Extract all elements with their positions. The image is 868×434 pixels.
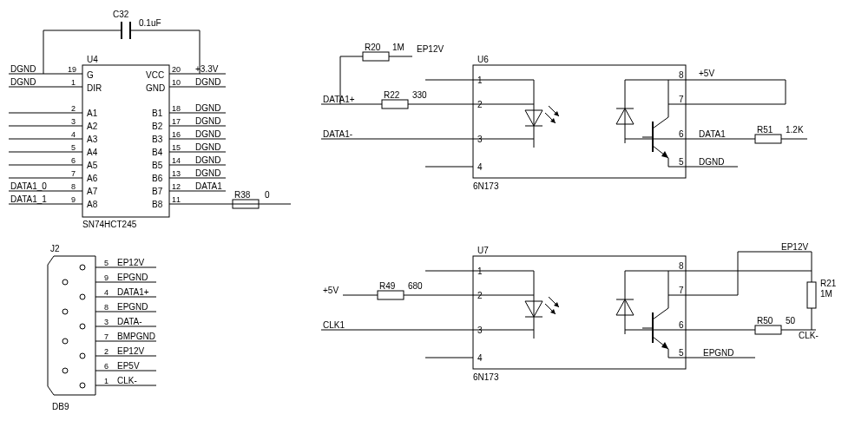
resistor-r38: R380 [233, 190, 270, 208]
svg-point-84 [80, 265, 85, 270]
svg-text:A7: A7 [87, 187, 98, 196]
resistor-r21: R211M [807, 279, 837, 330]
svg-rect-128 [382, 100, 408, 108]
svg-text:A2: A2 [87, 122, 98, 131]
svg-text:B8: B8 [152, 200, 163, 209]
svg-text:VCC: VCC [146, 70, 164, 80]
schematic-diagram: C32 0.1uF U4 SN74HCT245 19GDGND 1DIRDGND… [0, 0, 868, 434]
svg-text:A1: A1 [87, 108, 98, 118]
svg-text:A8: A8 [87, 200, 98, 209]
svg-text:5: 5 [104, 259, 108, 267]
svg-text:DGND: DGND [195, 77, 220, 87]
svg-text:DATA1-: DATA1- [323, 129, 352, 139]
svg-rect-242 [755, 326, 781, 334]
connector-j2: J2 5EP12V 9EPGND 4DATA1+ 8EPGND 3DATA- 7… [48, 244, 156, 411]
ic-u4: U4 SN74HCT245 19GDGND 1DIRDGND 2A1 3A2 4… [9, 55, 291, 229]
optocoupler-u7: U7 6N173 1 2 3CLK1 4 8 7 6 5EPGND EP12V [321, 242, 812, 382]
svg-rect-134 [473, 65, 686, 178]
optocoupler-u6: U6 6N173 1 2 3DATA1- 4 8+5V 7 6DATA1 5DG… [321, 55, 786, 191]
svg-text:1M: 1M [392, 43, 404, 52]
svg-text:16: 16 [172, 130, 181, 139]
svg-text:R21: R21 [820, 279, 837, 288]
svg-text:13: 13 [172, 169, 181, 178]
svg-text:DGND: DGND [195, 142, 220, 152]
svg-text:EP5V: EP5V [117, 361, 140, 371]
svg-rect-187 [473, 256, 686, 369]
svg-text:B1: B1 [152, 108, 163, 118]
svg-text:8: 8 [679, 70, 684, 80]
svg-text:15: 15 [172, 143, 181, 152]
svg-text:DATA-: DATA- [117, 317, 142, 326]
svg-text:14: 14 [172, 156, 181, 165]
svg-text:J2: J2 [50, 244, 60, 253]
svg-text:DGND: DGND [699, 157, 724, 167]
svg-text:R20: R20 [365, 43, 381, 52]
svg-text:R51: R51 [757, 125, 773, 135]
svg-text:19: 19 [68, 65, 76, 74]
svg-text:EP12V: EP12V [417, 44, 444, 54]
svg-text:DATA1_1: DATA1_1 [10, 194, 47, 204]
svg-point-96 [62, 309, 68, 314]
svg-text:3: 3 [71, 117, 76, 126]
svg-text:R38: R38 [234, 190, 251, 200]
svg-text:EP12V: EP12V [117, 346, 144, 356]
svg-text:1.2K: 1.2K [786, 125, 804, 135]
svg-text:7: 7 [679, 286, 684, 295]
svg-text:1: 1 [71, 78, 76, 87]
svg-text:8: 8 [679, 261, 684, 271]
svg-text:9: 9 [71, 195, 76, 204]
svg-text:4: 4 [104, 288, 108, 297]
svg-text:DATA1: DATA1 [195, 181, 222, 191]
svg-text:7: 7 [679, 95, 684, 104]
svg-text:4: 4 [477, 162, 483, 172]
capacitor-c32: C32 0.1uF [43, 10, 200, 74]
svg-text:DGND: DGND [195, 129, 220, 139]
svg-text:G: G [87, 70, 94, 80]
svg-text:6: 6 [104, 362, 108, 371]
svg-text:2: 2 [104, 347, 108, 356]
u4-left-pins: 19GDGND 1DIRDGND 2A1 3A2 4A3 5A4 6A5 7A6… [9, 64, 102, 209]
svg-text:6: 6 [679, 129, 684, 139]
svg-line-201 [653, 308, 668, 319]
svg-text:GND: GND [146, 83, 165, 93]
svg-line-148 [653, 117, 668, 128]
svg-text:EP12V: EP12V [117, 258, 144, 267]
svg-text:DGND: DGND [195, 168, 220, 178]
svg-text:DATA1_0: DATA1_0 [10, 181, 47, 191]
svg-text:2: 2 [71, 104, 76, 113]
svg-text:5: 5 [679, 348, 684, 358]
resistor-r50: R5050CLK- [755, 316, 819, 340]
svg-text:+5V: +5V [323, 286, 339, 295]
svg-rect-122 [363, 52, 389, 61]
svg-text:EP12V: EP12V [781, 242, 808, 252]
svg-text:B2: B2 [152, 122, 163, 131]
svg-text:8: 8 [71, 182, 76, 191]
svg-text:6N173: 6N173 [473, 181, 499, 191]
svg-text:7: 7 [71, 169, 76, 178]
svg-point-108 [80, 353, 85, 358]
svg-text:DATA1: DATA1 [699, 129, 726, 139]
svg-text:17: 17 [172, 117, 181, 126]
u4-part: SN74HCT245 [82, 220, 137, 229]
svg-text:DGND: DGND [195, 155, 220, 165]
svg-point-92 [80, 294, 85, 299]
svg-text:9: 9 [104, 273, 108, 282]
svg-text:A3: A3 [87, 135, 98, 144]
svg-text:DGND: DGND [195, 103, 220, 113]
svg-text:U6: U6 [477, 55, 489, 64]
svg-text:BMPGND: BMPGND [117, 332, 155, 341]
svg-text:8: 8 [104, 303, 108, 312]
svg-point-100 [80, 324, 85, 329]
svg-text:12: 12 [172, 182, 181, 191]
u4-right-pins: 20VCC+3.3V 10GNDDGND 18B1DGND 17B2DGND 1… [146, 64, 291, 209]
svg-rect-183 [755, 135, 781, 143]
svg-text:CLK-: CLK- [117, 376, 137, 385]
svg-text:CLK-: CLK- [799, 331, 819, 340]
svg-text:DIR: DIR [87, 83, 102, 93]
svg-text:DB9: DB9 [52, 402, 69, 411]
svg-text:A4: A4 [87, 148, 98, 157]
svg-text:1M: 1M [820, 289, 832, 299]
svg-text:6: 6 [679, 320, 684, 330]
svg-marker-151 [661, 151, 668, 158]
svg-text:B5: B5 [152, 161, 163, 170]
